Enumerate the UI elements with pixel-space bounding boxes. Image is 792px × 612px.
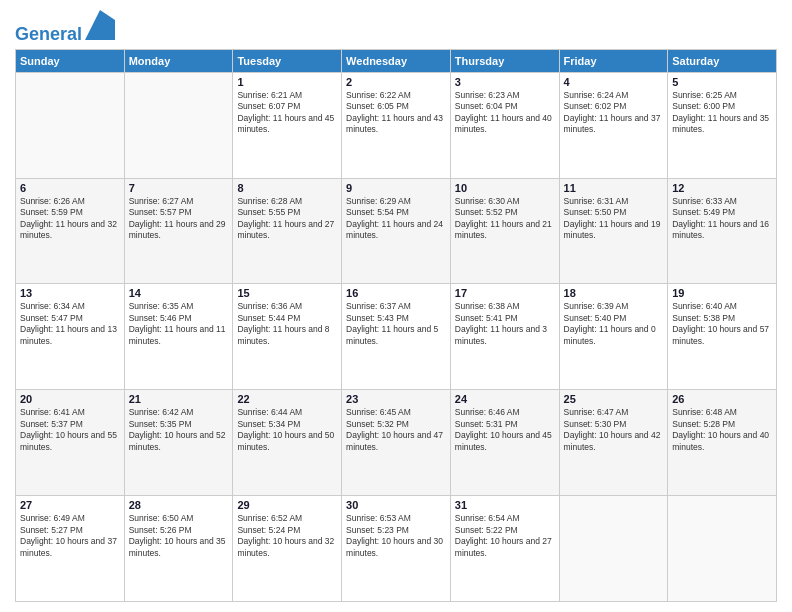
day-number: 10: [455, 182, 555, 194]
calendar-header-row: SundayMondayTuesdayWednesdayThursdayFrid…: [16, 49, 777, 72]
calendar-cell: 16Sunrise: 6:37 AMSunset: 5:43 PMDayligh…: [342, 284, 451, 390]
logo-general: General: [15, 24, 82, 44]
calendar-cell: 28Sunrise: 6:50 AMSunset: 5:26 PMDayligh…: [124, 496, 233, 602]
calendar-cell: 7Sunrise: 6:27 AMSunset: 5:57 PMDaylight…: [124, 178, 233, 284]
day-number: 5: [672, 76, 772, 88]
calendar-cell: 8Sunrise: 6:28 AMSunset: 5:55 PMDaylight…: [233, 178, 342, 284]
day-number: 8: [237, 182, 337, 194]
calendar-week-0: 1Sunrise: 6:21 AMSunset: 6:07 PMDaylight…: [16, 72, 777, 178]
day-info: Sunrise: 6:35 AMSunset: 5:46 PMDaylight:…: [129, 301, 229, 347]
day-number: 2: [346, 76, 446, 88]
calendar-cell: 29Sunrise: 6:52 AMSunset: 5:24 PMDayligh…: [233, 496, 342, 602]
day-number: 15: [237, 287, 337, 299]
day-info: Sunrise: 6:39 AMSunset: 5:40 PMDaylight:…: [564, 301, 664, 347]
day-header-saturday: Saturday: [668, 49, 777, 72]
calendar-cell: 3Sunrise: 6:23 AMSunset: 6:04 PMDaylight…: [450, 72, 559, 178]
day-header-friday: Friday: [559, 49, 668, 72]
day-number: 18: [564, 287, 664, 299]
calendar-cell: 2Sunrise: 6:22 AMSunset: 6:05 PMDaylight…: [342, 72, 451, 178]
calendar-cell: 26Sunrise: 6:48 AMSunset: 5:28 PMDayligh…: [668, 390, 777, 496]
day-number: 29: [237, 499, 337, 511]
day-number: 9: [346, 182, 446, 194]
day-number: 1: [237, 76, 337, 88]
day-info: Sunrise: 6:42 AMSunset: 5:35 PMDaylight:…: [129, 407, 229, 453]
day-info: Sunrise: 6:44 AMSunset: 5:34 PMDaylight:…: [237, 407, 337, 453]
day-info: Sunrise: 6:34 AMSunset: 5:47 PMDaylight:…: [20, 301, 120, 347]
day-info: Sunrise: 6:45 AMSunset: 5:32 PMDaylight:…: [346, 407, 446, 453]
day-number: 19: [672, 287, 772, 299]
day-info: Sunrise: 6:21 AMSunset: 6:07 PMDaylight:…: [237, 90, 337, 136]
day-info: Sunrise: 6:47 AMSunset: 5:30 PMDaylight:…: [564, 407, 664, 453]
day-info: Sunrise: 6:50 AMSunset: 5:26 PMDaylight:…: [129, 513, 229, 559]
calendar-cell: 4Sunrise: 6:24 AMSunset: 6:02 PMDaylight…: [559, 72, 668, 178]
day-number: 3: [455, 76, 555, 88]
day-info: Sunrise: 6:26 AMSunset: 5:59 PMDaylight:…: [20, 196, 120, 242]
page: General SundayMondayTuesdayWednesdayThur…: [0, 0, 792, 612]
day-number: 24: [455, 393, 555, 405]
day-header-tuesday: Tuesday: [233, 49, 342, 72]
calendar-cell: 10Sunrise: 6:30 AMSunset: 5:52 PMDayligh…: [450, 178, 559, 284]
calendar-cell: 18Sunrise: 6:39 AMSunset: 5:40 PMDayligh…: [559, 284, 668, 390]
day-info: Sunrise: 6:23 AMSunset: 6:04 PMDaylight:…: [455, 90, 555, 136]
day-info: Sunrise: 6:37 AMSunset: 5:43 PMDaylight:…: [346, 301, 446, 347]
day-info: Sunrise: 6:52 AMSunset: 5:24 PMDaylight:…: [237, 513, 337, 559]
day-info: Sunrise: 6:41 AMSunset: 5:37 PMDaylight:…: [20, 407, 120, 453]
day-info: Sunrise: 6:31 AMSunset: 5:50 PMDaylight:…: [564, 196, 664, 242]
day-info: Sunrise: 6:54 AMSunset: 5:22 PMDaylight:…: [455, 513, 555, 559]
day-number: 17: [455, 287, 555, 299]
calendar-cell: 23Sunrise: 6:45 AMSunset: 5:32 PMDayligh…: [342, 390, 451, 496]
calendar-table: SundayMondayTuesdayWednesdayThursdayFrid…: [15, 49, 777, 602]
day-info: Sunrise: 6:46 AMSunset: 5:31 PMDaylight:…: [455, 407, 555, 453]
calendar-week-1: 6Sunrise: 6:26 AMSunset: 5:59 PMDaylight…: [16, 178, 777, 284]
calendar-cell: 25Sunrise: 6:47 AMSunset: 5:30 PMDayligh…: [559, 390, 668, 496]
day-info: Sunrise: 6:30 AMSunset: 5:52 PMDaylight:…: [455, 196, 555, 242]
calendar-cell: [124, 72, 233, 178]
day-header-wednesday: Wednesday: [342, 49, 451, 72]
day-info: Sunrise: 6:49 AMSunset: 5:27 PMDaylight:…: [20, 513, 120, 559]
day-header-monday: Monday: [124, 49, 233, 72]
day-info: Sunrise: 6:48 AMSunset: 5:28 PMDaylight:…: [672, 407, 772, 453]
calendar-week-3: 20Sunrise: 6:41 AMSunset: 5:37 PMDayligh…: [16, 390, 777, 496]
day-info: Sunrise: 6:33 AMSunset: 5:49 PMDaylight:…: [672, 196, 772, 242]
calendar-cell: [16, 72, 125, 178]
calendar-cell: 17Sunrise: 6:38 AMSunset: 5:41 PMDayligh…: [450, 284, 559, 390]
day-info: Sunrise: 6:28 AMSunset: 5:55 PMDaylight:…: [237, 196, 337, 242]
calendar-week-2: 13Sunrise: 6:34 AMSunset: 5:47 PMDayligh…: [16, 284, 777, 390]
day-header-sunday: Sunday: [16, 49, 125, 72]
calendar-cell: 9Sunrise: 6:29 AMSunset: 5:54 PMDaylight…: [342, 178, 451, 284]
logo: General: [15, 10, 115, 41]
calendar-cell: 21Sunrise: 6:42 AMSunset: 5:35 PMDayligh…: [124, 390, 233, 496]
day-number: 4: [564, 76, 664, 88]
calendar-cell: 24Sunrise: 6:46 AMSunset: 5:31 PMDayligh…: [450, 390, 559, 496]
calendar-cell: [559, 496, 668, 602]
day-number: 20: [20, 393, 120, 405]
calendar-cell: 11Sunrise: 6:31 AMSunset: 5:50 PMDayligh…: [559, 178, 668, 284]
day-info: Sunrise: 6:29 AMSunset: 5:54 PMDaylight:…: [346, 196, 446, 242]
day-number: 14: [129, 287, 229, 299]
calendar-cell: 12Sunrise: 6:33 AMSunset: 5:49 PMDayligh…: [668, 178, 777, 284]
calendar-cell: [668, 496, 777, 602]
day-info: Sunrise: 6:22 AMSunset: 6:05 PMDaylight:…: [346, 90, 446, 136]
day-info: Sunrise: 6:38 AMSunset: 5:41 PMDaylight:…: [455, 301, 555, 347]
day-info: Sunrise: 6:53 AMSunset: 5:23 PMDaylight:…: [346, 513, 446, 559]
calendar-cell: 6Sunrise: 6:26 AMSunset: 5:59 PMDaylight…: [16, 178, 125, 284]
calendar-cell: 19Sunrise: 6:40 AMSunset: 5:38 PMDayligh…: [668, 284, 777, 390]
day-number: 25: [564, 393, 664, 405]
day-number: 12: [672, 182, 772, 194]
day-header-thursday: Thursday: [450, 49, 559, 72]
day-number: 28: [129, 499, 229, 511]
header: General: [15, 10, 777, 41]
day-number: 16: [346, 287, 446, 299]
calendar-cell: 14Sunrise: 6:35 AMSunset: 5:46 PMDayligh…: [124, 284, 233, 390]
calendar-cell: 30Sunrise: 6:53 AMSunset: 5:23 PMDayligh…: [342, 496, 451, 602]
calendar-cell: 31Sunrise: 6:54 AMSunset: 5:22 PMDayligh…: [450, 496, 559, 602]
day-number: 26: [672, 393, 772, 405]
calendar-cell: 27Sunrise: 6:49 AMSunset: 5:27 PMDayligh…: [16, 496, 125, 602]
calendar-cell: 13Sunrise: 6:34 AMSunset: 5:47 PMDayligh…: [16, 284, 125, 390]
day-info: Sunrise: 6:25 AMSunset: 6:00 PMDaylight:…: [672, 90, 772, 136]
day-number: 21: [129, 393, 229, 405]
logo-text: General: [15, 10, 115, 45]
day-number: 22: [237, 393, 337, 405]
calendar-cell: 22Sunrise: 6:44 AMSunset: 5:34 PMDayligh…: [233, 390, 342, 496]
svg-marker-0: [85, 10, 115, 40]
